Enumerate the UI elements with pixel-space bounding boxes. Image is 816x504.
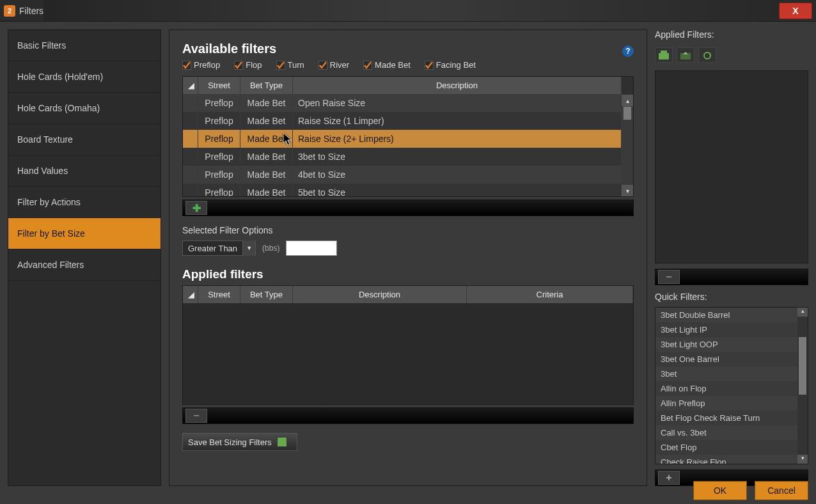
check-facing-bet[interactable]: Facing Bet [425, 60, 476, 70]
cell-bettype: Made Bet [240, 130, 293, 148]
scrollbar[interactable]: ▴ ▾ [797, 308, 808, 464]
street-filter-row: Preflop Flop Turn River Made Bet Facing … [182, 60, 634, 70]
close-icon: X [792, 6, 798, 16]
center-panel: Available filters ? Preflop Flop Turn Ri… [169, 29, 647, 486]
cell-description: Raise Size (2+ Limpers) [293, 130, 622, 148]
col-header-street[interactable]: Street [198, 77, 240, 94]
add-filter-button[interactable]: ✚ [185, 201, 207, 215]
remove-applied-button[interactable]: − [658, 270, 680, 284]
grid-corner-icon[interactable]: ◢ [183, 77, 198, 94]
check-icon [425, 61, 434, 70]
window-title: Filters [19, 6, 43, 16]
col-header-street[interactable]: Street [198, 286, 240, 303]
check-label: River [330, 60, 349, 70]
size-input[interactable] [286, 240, 337, 256]
list-item[interactable]: 3bet One Barrel [655, 352, 808, 366]
cell-street: Preflop [198, 148, 240, 166]
grid-header: ◢ Street Bet Type Description Criteria [183, 286, 633, 303]
scrollbar-thumb[interactable] [623, 106, 632, 120]
table-row[interactable]: PreflopMade Bet3bet to Size [183, 148, 622, 166]
col-header-bettype[interactable]: Bet Type [240, 77, 293, 94]
cell-street: Preflop [198, 166, 240, 184]
right-panel: Applied Filters: − Quick Filters: 3bet D… [655, 29, 808, 486]
load-filter-icon[interactable] [655, 47, 673, 63]
help-icon[interactable]: ? [622, 45, 634, 57]
available-grid: ◢ Street Bet Type Description PreflopMad… [182, 76, 634, 197]
check-icon [318, 61, 327, 70]
comparator-dropdown[interactable]: Greater Than ▼ [182, 240, 256, 256]
table-row[interactable]: PreflopMade BetRaise Size (2+ Limpers) [183, 130, 622, 148]
cancel-button[interactable]: Cancel [755, 481, 808, 500]
list-item[interactable]: Allin on Flop [655, 381, 808, 396]
selected-options-label: Selected Filter Options [182, 225, 634, 235]
cell-bettype: Made Bet [240, 148, 293, 166]
cell-bettype: Made Bet [240, 94, 293, 112]
sidebar-item-label: Basic Filters [17, 40, 66, 51]
save-filter-icon[interactable] [677, 47, 694, 63]
list-item[interactable]: Allin Preflop [655, 396, 808, 411]
dropdown-value: Greater Than [183, 244, 242, 253]
add-quick-filter-button[interactable]: + [658, 471, 680, 485]
reset-filter-icon[interactable] [698, 47, 716, 63]
sidebar-item-filter-by-actions[interactable]: Filter by Actions [8, 187, 161, 218]
sidebar-item-hole-cards-omaha[interactable]: Hole Cards (Omaha) [8, 93, 161, 124]
applied-filters-title: Applied filters [182, 267, 634, 281]
scrollbar[interactable]: ▴ ▾ [622, 95, 633, 196]
scroll-up-icon[interactable]: ▴ [622, 95, 633, 106]
col-header-description[interactable]: Description [293, 77, 622, 94]
check-flop[interactable]: Flop [234, 60, 262, 70]
sidebar-item-label: Hole Cards (Omaha) [17, 103, 100, 113]
check-label: Facing Bet [436, 60, 476, 70]
sidebar-item-label: Advanced Filters [17, 260, 84, 270]
titlebar: 2 Filters X [0, 0, 816, 22]
list-item[interactable]: 3bet Light IP [655, 322, 808, 337]
list-item[interactable]: Cbet Flop [655, 440, 808, 455]
sidebar-item-filter-by-bet-size[interactable]: Filter by Bet Size [8, 218, 161, 249]
check-made-bet[interactable]: Made Bet [363, 60, 411, 70]
col-header-bettype[interactable]: Bet Type [240, 286, 293, 303]
table-row[interactable]: PreflopMade Bet4bet to Size [183, 166, 622, 184]
cell-street: Preflop [198, 130, 240, 148]
applied-toolbar: − [182, 407, 634, 424]
svg-rect-0 [659, 53, 669, 59]
check-turn[interactable]: Turn [276, 60, 304, 70]
check-label: Flop [246, 60, 262, 70]
table-row[interactable]: PreflopMade BetOpen Raise Size [183, 94, 622, 112]
save-bet-sizing-button[interactable]: Save Bet Sizing Filters [182, 433, 297, 451]
list-item[interactable]: 3bet [655, 366, 808, 381]
sidebar-item-basic-filters[interactable]: Basic Filters [8, 30, 161, 61]
sidebar-item-board-texture[interactable]: Board Texture [8, 124, 161, 155]
minus-icon: − [666, 271, 671, 283]
check-icon [234, 61, 243, 70]
scroll-down-icon[interactable]: ▾ [622, 185, 633, 196]
titlebar-decoration [43, 0, 779, 21]
scrollbar-thumb[interactable] [799, 337, 806, 395]
sidebar-item-hand-values[interactable]: Hand Values [8, 155, 161, 187]
list-item[interactable]: Bet Flop Check Raise Turn [655, 411, 808, 425]
sidebar-item-hole-cards-holdem[interactable]: Hole Cards (Hold'em) [8, 61, 161, 93]
cell-description: Raise Size (1 Limper) [293, 112, 622, 130]
remove-filter-button[interactable]: − [185, 409, 207, 423]
scroll-down-icon[interactable]: ▾ [797, 455, 808, 464]
list-item[interactable]: Check Raise Flop [655, 455, 808, 464]
check-preflop[interactable]: Preflop [182, 60, 220, 70]
cell-description: Open Raise Size [293, 94, 622, 112]
sidebar-item-label: Board Texture [17, 134, 73, 145]
list-item[interactable]: Call vs. 3bet [655, 425, 808, 440]
sidebar-item-advanced-filters[interactable]: Advanced Filters [8, 249, 161, 281]
scroll-up-icon[interactable]: ▴ [797, 308, 808, 317]
cell-street: Preflop [198, 94, 240, 112]
close-button[interactable]: X [779, 3, 812, 19]
cell-description: 5bet to Size [293, 184, 622, 196]
sidebar-item-label: Filter by Actions [17, 197, 81, 207]
grid-corner-icon[interactable]: ◢ [183, 286, 198, 303]
list-item[interactable]: 3bet Light OOP [655, 337, 808, 352]
list-item[interactable]: 3bet Double Barrel [655, 308, 808, 322]
table-row[interactable]: PreflopMade Bet5bet to Size [183, 184, 622, 196]
check-river[interactable]: River [318, 60, 349, 70]
check-label: Preflop [194, 60, 220, 70]
col-header-criteria[interactable]: Criteria [467, 286, 633, 303]
table-row[interactable]: PreflopMade BetRaise Size (1 Limper) [183, 112, 622, 130]
ok-button[interactable]: OK [693, 481, 747, 500]
col-header-description[interactable]: Description [293, 286, 467, 303]
